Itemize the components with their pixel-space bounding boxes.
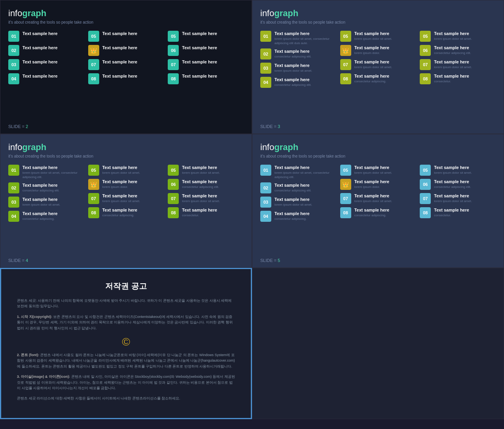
item-desc: lorem ipsum dolor sit amet. <box>434 65 496 69</box>
item-desc: lorem ipsum dolor sit amet. <box>102 199 164 203</box>
copyright-slide: 저작권 공고 콘텐츠 세곳: 사용하기 전에 나의의 항목에 오랫동안 사색에 … <box>0 268 252 419</box>
slide3-subtitle: it's about creating the tools so people … <box>260 20 496 24</box>
badge-08: 08 <box>340 207 351 218</box>
slide4-title: infograph <box>8 142 244 152</box>
slide-2: infograph it's about creating the tools … <box>0 0 252 134</box>
badge-07: 07 <box>88 193 99 204</box>
item-title: Text sample here <box>354 207 416 213</box>
slide-5: infograph it's about creating the tools … <box>252 134 504 268</box>
badge-01: 01 <box>8 31 19 42</box>
item-desc: lorem ipsum dolor sit amet, consectetur … <box>274 171 336 179</box>
item-title: Text sample here <box>22 31 84 36</box>
slide-number-4: SLIDE = 4 <box>8 258 28 263</box>
copyright-inner: 저작권 공고 콘텐츠 세곳: 사용하기 전에 나의의 항목에 오랫동안 사색에 … <box>1 269 251 418</box>
item-title: Text sample here <box>434 31 496 36</box>
badge-05b: 05 <box>168 31 179 42</box>
item-title: Text sample here <box>182 31 244 36</box>
list-item: 👑 Text sample here lorem ipsum dolor. <box>88 179 164 190</box>
badge-01: 01 <box>8 165 19 176</box>
item-title: Text sample here <box>182 207 244 213</box>
item-desc: lorem ipsum dolor sit amet, consectetur … <box>274 37 336 45</box>
copyright-icon: © <box>17 336 235 348</box>
copyright-para2: 1. 시작 지(copyright): 보존 콘텐츠의 요사 및 사항건은 곤텐… <box>17 314 235 331</box>
list-item: 03 Text sample here lorem ipsum dolor si… <box>260 63 336 74</box>
item-desc: consectetur adipiscing. <box>274 217 336 221</box>
badge-07b: 07 <box>168 193 179 204</box>
badge-04: 04 <box>8 73 19 84</box>
list-item: 07 Text sample here lorem ipsum dolor si… <box>420 193 496 204</box>
item-title: Text sample here <box>274 197 336 202</box>
list-item: 05 Text sample here <box>88 31 164 42</box>
slide-number-5: SLIDE = 5 <box>260 258 280 263</box>
list-item: 08 Text sample here <box>168 73 244 84</box>
badge-07: 07 <box>340 59 351 70</box>
list-item: 07 Text sample here lorem ipsum dolor si… <box>88 193 164 204</box>
item-title: Text sample here <box>274 77 336 82</box>
badge-06b: 06 <box>168 179 179 190</box>
slide2-col3: 05 Text sample here 06 Text sample here … <box>168 31 244 84</box>
list-item: 04 Text sample here consectetur adipisci… <box>260 77 336 88</box>
slide3-graph: graph <box>274 8 298 18</box>
list-item: 08 Text sample here consectetur. <box>420 207 496 218</box>
item-desc: lorem ipsum dolor sit amet. <box>434 199 496 203</box>
item-title: Text sample here <box>434 179 496 184</box>
badge-02: 02 <box>260 48 271 59</box>
slide5-col1: 01 Text sample here lorem ipsum dolor si… <box>260 165 336 222</box>
item-desc: consectetur. <box>434 80 496 84</box>
item-title: Text sample here <box>22 182 84 188</box>
item-title: Text sample here <box>182 73 244 79</box>
item-title: Text sample here <box>182 59 244 65</box>
slide3-info: info <box>260 8 274 18</box>
slide3-col3: 05 Text sample here lorem ipsum dolor si… <box>420 31 496 88</box>
badge-06b: 06 <box>168 45 179 56</box>
item-desc: lorem ipsum dolor sit amet. <box>354 171 416 175</box>
list-item: 08 Text sample here consectetur adipisci… <box>88 207 164 218</box>
item-desc: lorem ipsum dolor sit amet. <box>354 199 416 203</box>
copyright-para1: 콘텐츠 세곳: 사용하기 전에 나의의 항목에 오랫동안 사색에 받아 주시기 … <box>17 298 235 309</box>
item-title: Text sample here <box>102 45 164 50</box>
list-item: 👑 Text sample here lorem ipsum dolor. <box>340 179 416 190</box>
list-item: 05 Text sample here lorem ipsum dolor si… <box>168 165 244 176</box>
slide-3: infograph it's about creating the tools … <box>252 0 504 134</box>
item-title: Text sample here <box>354 193 416 199</box>
item-desc: lorem ipsum dolor sit amet, consectetur … <box>22 171 84 179</box>
crown-icon: 👑 <box>88 179 99 190</box>
item-desc: lorem ipsum dolor. <box>354 51 416 55</box>
item-title: Text sample here <box>274 48 336 54</box>
list-item: 02 Text sample here <box>8 45 84 56</box>
item-title: Text sample here <box>22 45 84 50</box>
item-title: Text sample here <box>102 165 164 170</box>
item-title: Text sample here <box>434 193 496 199</box>
item-desc: lorem ipsum dolor. <box>354 185 416 189</box>
item-title: Text sample here <box>354 31 416 36</box>
badge-04: 04 <box>8 211 19 222</box>
slide4-info: info <box>8 142 22 152</box>
slide3-col1: 01 Text sample here lorem ipsum dolor si… <box>260 31 336 88</box>
item-desc: lorem ipsum dolor sit amet. <box>182 171 244 175</box>
copyright-para4: 3. 아이실(image) & 아이콘(icon): 콘텐츠 내에 일 사인, … <box>17 374 235 391</box>
badge-08b: 08 <box>168 73 179 84</box>
badge-02: 02 <box>260 182 271 193</box>
badge-04: 04 <box>260 77 271 88</box>
badge-08: 08 <box>88 73 99 84</box>
item-title: Text sample here <box>274 211 336 216</box>
copyright-para5: 콘텐츠 세곳 라이선스에 대한 새벽한 사항은 들에서이 사이트에서 나새한 콘… <box>17 396 235 401</box>
list-item: 05 Text sample here <box>168 31 244 42</box>
crown-icon: 👑 <box>88 45 99 56</box>
slide3-title: infograph <box>260 8 496 19</box>
item-desc: lorem ipsum dolor. <box>102 185 164 189</box>
item-title: Text sample here <box>22 165 84 170</box>
list-item: 01 Text sample here <box>8 31 84 42</box>
badge-07b: 07 <box>168 59 179 70</box>
badge-08b: 08 <box>168 207 179 218</box>
list-item: 02 Text sample here consectetur adipisci… <box>260 182 336 193</box>
list-item: 03 Text sample here <box>8 59 84 70</box>
list-item: 08 Text sample here consectetur adipisci… <box>340 73 416 84</box>
item-title: Text sample here <box>434 73 496 79</box>
item-desc: consectetur adipiscing elit. <box>274 189 336 193</box>
badge-05b: 05 <box>420 165 431 176</box>
badge-08: 08 <box>340 73 351 84</box>
item-desc: consectetur adipiscing elit. <box>274 83 336 87</box>
item-title: Text sample here <box>182 193 244 199</box>
badge-05: 05 <box>88 165 99 176</box>
